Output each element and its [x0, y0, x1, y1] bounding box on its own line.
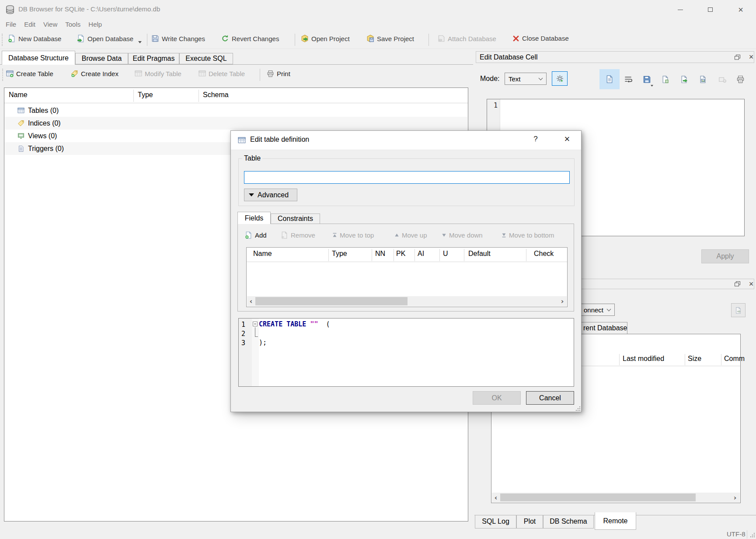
- cancel-button[interactable]: Cancel: [526, 391, 574, 405]
- menu-file[interactable]: File: [2, 19, 20, 29]
- cell-import-button[interactable]: [658, 73, 672, 86]
- fields-hscrollbar[interactable]: ‹ ›: [247, 296, 567, 306]
- cell-settings-button[interactable]: [552, 71, 568, 86]
- close-button[interactable]: ×: [731, 1, 751, 18]
- fields-col-default[interactable]: Default: [468, 250, 491, 258]
- column-divider[interactable]: [199, 90, 199, 102]
- print-button[interactable]: Print: [267, 70, 290, 77]
- scrollbar-thumb[interactable]: [500, 494, 696, 501]
- open-project-icon: [301, 35, 309, 42]
- open-project-button[interactable]: Open Project: [301, 35, 350, 42]
- tree-header-name[interactable]: Name: [9, 91, 28, 99]
- tab-browse-data[interactable]: Browse Data: [75, 53, 128, 64]
- tree-header-schema[interactable]: Schema: [203, 91, 229, 99]
- window-resize-grip[interactable]: [749, 532, 755, 538]
- menu-tools[interactable]: Tools: [61, 19, 84, 29]
- column-divider[interactable]: [415, 249, 415, 261]
- scrollbar-thumb[interactable]: [255, 297, 408, 305]
- encoding-status[interactable]: UTF-8: [727, 530, 746, 538]
- column-divider[interactable]: [439, 249, 440, 261]
- dialog-tab-constraints[interactable]: Constraints: [271, 214, 320, 224]
- save-project-button[interactable]: Save Project: [366, 35, 414, 42]
- tab-plot[interactable]: Plot: [516, 515, 543, 528]
- line-number: 1: [241, 321, 245, 329]
- tab-execute-sql[interactable]: Execute SQL: [179, 53, 233, 64]
- column-divider[interactable]: [526, 249, 526, 261]
- minimize-icon: [678, 10, 683, 10]
- scroll-right-icon[interactable]: ›: [731, 493, 739, 502]
- tree-row-indices[interactable]: Indices (0): [5, 117, 467, 130]
- table-name-input[interactable]: [244, 171, 570, 184]
- tab-remote[interactable]: Remote: [595, 512, 636, 530]
- column-divider[interactable]: [133, 90, 134, 102]
- remote-header-commit[interactable]: Comm: [724, 355, 745, 363]
- fields-col-u[interactable]: U: [443, 250, 448, 258]
- cell-export-button[interactable]: [677, 73, 690, 86]
- scroll-left-icon[interactable]: ‹: [247, 296, 255, 306]
- scroll-right-icon[interactable]: ›: [558, 296, 566, 306]
- maximize-button[interactable]: [700, 1, 720, 18]
- open-database-icon: [77, 35, 85, 42]
- create-index-icon: [71, 70, 78, 77]
- cell-save-button[interactable]: [640, 73, 653, 86]
- mode-select[interactable]: Text: [505, 73, 547, 85]
- dialog-help-button[interactable]: ?: [529, 135, 542, 144]
- word-wrap-button[interactable]: [621, 73, 634, 86]
- dialog-titlebar[interactable]: Edit table definition ? ×: [231, 131, 581, 150]
- fold-collapse-icon[interactable]: [253, 322, 258, 326]
- tab-edit-pragmas[interactable]: Edit Pragmas: [128, 53, 179, 64]
- write-changes-button[interactable]: Write Changes: [151, 35, 205, 42]
- minimize-button[interactable]: [670, 1, 690, 18]
- fields-col-nn[interactable]: NN: [375, 250, 385, 258]
- column-divider[interactable]: [328, 249, 329, 261]
- column-divider[interactable]: [685, 354, 685, 365]
- tree-header-type[interactable]: Type: [138, 91, 153, 99]
- open-database-dropdown-icon[interactable]: [138, 41, 142, 43]
- dock-float-button[interactable]: [731, 280, 744, 288]
- dock-close-button[interactable]: ×: [745, 280, 756, 288]
- column-divider[interactable]: [394, 249, 394, 261]
- tree-row-tables[interactable]: Tables (0): [5, 104, 467, 117]
- add-field-button[interactable]: Add: [245, 231, 267, 239]
- menu-edit[interactable]: Edit: [20, 19, 39, 29]
- menu-view[interactable]: View: [39, 19, 61, 29]
- remote-connect-label: onnect: [584, 306, 603, 314]
- cell-image-button[interactable]: [696, 73, 709, 86]
- open-database-button[interactable]: Open Database: [77, 35, 133, 42]
- create-table-button[interactable]: Create Table: [6, 70, 53, 77]
- fields-col-ai[interactable]: AI: [418, 250, 424, 258]
- close-database-button[interactable]: Close Database: [512, 35, 569, 42]
- column-divider[interactable]: [721, 354, 721, 365]
- delete-table-button: Delete Table: [199, 70, 245, 77]
- sql-table-name: "": [310, 320, 318, 328]
- column-divider[interactable]: [464, 249, 464, 261]
- menu-help[interactable]: Help: [84, 19, 106, 29]
- create-index-button[interactable]: Create Index: [71, 70, 118, 77]
- column-divider[interactable]: [372, 249, 372, 261]
- remote-header-last-modified[interactable]: Last modified: [623, 355, 664, 363]
- sql-preview-editor[interactable]: 1 2 3 CREATE TABLE "" ( );: [238, 318, 574, 387]
- scroll-left-icon[interactable]: ‹: [492, 493, 500, 502]
- cell-text-mode-button[interactable]: [599, 69, 620, 89]
- tab-database-structure[interactable]: Database Structure: [2, 51, 75, 65]
- tab-sql-log[interactable]: SQL Log: [475, 515, 516, 528]
- dialog-resize-grip[interactable]: [575, 406, 581, 411]
- fields-col-type[interactable]: Type: [332, 250, 347, 258]
- cell-print-button[interactable]: [734, 73, 747, 86]
- tab-db-schema[interactable]: DB Schema: [543, 515, 594, 528]
- remote-header-size[interactable]: Size: [688, 355, 701, 363]
- dock-float-button[interactable]: [731, 53, 744, 62]
- revert-changes-button[interactable]: Revert Changes: [221, 35, 279, 42]
- dock-float-icon: [735, 55, 740, 60]
- attach-database-button: Attach Database: [437, 35, 496, 42]
- fields-col-check[interactable]: Check: [534, 250, 554, 258]
- fields-col-name[interactable]: Name: [253, 250, 272, 258]
- dialog-tab-fields[interactable]: Fields: [237, 212, 271, 224]
- dock-close-button[interactable]: ×: [745, 53, 756, 62]
- remote-hscrollbar[interactable]: ‹ ›: [492, 493, 740, 502]
- column-divider[interactable]: [619, 354, 620, 365]
- fields-col-pk[interactable]: PK: [396, 250, 405, 258]
- advanced-toggle-button[interactable]: Advanced: [244, 189, 297, 201]
- dialog-close-button[interactable]: ×: [560, 133, 575, 145]
- new-database-button[interactable]: New Database: [8, 35, 61, 42]
